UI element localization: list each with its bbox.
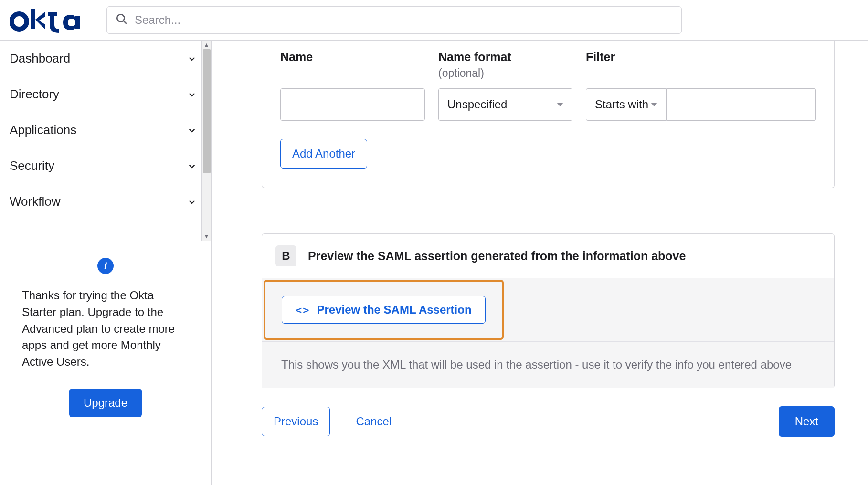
svg-point-2: [117, 14, 124, 21]
preview-hint: This shows you the XML that will be used…: [262, 341, 834, 388]
search-box[interactable]: [106, 6, 682, 34]
chevron-down-icon: [187, 54, 197, 63]
search-container: [106, 6, 682, 34]
sidebar-item-workflow[interactable]: Workflow: [0, 184, 211, 220]
scrollbar-thumb[interactable]: [203, 49, 211, 173]
svg-rect-1: [31, 9, 35, 29]
nav-scroll: Dashboard Directory Applications Securit…: [0, 41, 211, 241]
chevron-down-icon: [187, 90, 197, 99]
chevron-down-icon: [187, 126, 197, 135]
sidebar-item-label: Applications: [10, 123, 76, 137]
sidebar-item-directory[interactable]: Directory: [0, 76, 211, 112]
attribute-card: Name Name format (optional) Unspecified: [262, 41, 835, 188]
chevron-down-icon: [187, 161, 197, 171]
preview-title: Preview the SAML assertion generated fro…: [308, 249, 686, 263]
filter-mode-value: Starts with: [595, 98, 648, 111]
cancel-button[interactable]: Cancel: [344, 407, 403, 436]
highlight-box: <> Preview the SAML Assertion: [264, 280, 504, 340]
header: [0, 0, 868, 41]
previous-button[interactable]: Previous: [262, 407, 330, 436]
column-format-label: Name format: [438, 50, 572, 64]
preview-button-label: Preview the SAML Assertion: [317, 303, 472, 316]
column-filter-label: Filter: [586, 50, 816, 64]
sidebar-item-label: Dashboard: [10, 51, 70, 66]
upgrade-button[interactable]: Upgrade: [69, 389, 142, 417]
column-format-hint: (optional): [438, 67, 572, 80]
sidebar-item-applications[interactable]: Applications: [0, 112, 211, 148]
svg-line-3: [123, 21, 127, 24]
info-icon: i: [97, 258, 114, 274]
preview-card: B Preview the SAML assertion generated f…: [262, 233, 835, 388]
code-icon: <>: [296, 304, 310, 316]
column-name-label: Name: [280, 50, 425, 64]
sidebar-item-label: Workflow: [10, 194, 60, 209]
upgrade-panel: i Thanks for trying the Okta Starter pla…: [0, 241, 211, 434]
preview-saml-button[interactable]: <> Preview the SAML Assertion: [282, 296, 486, 324]
search-input[interactable]: [135, 13, 673, 27]
chevron-down-icon: [187, 197, 197, 207]
sidebar-item-label: Security: [10, 158, 54, 173]
scroll-up-icon[interactable]: ▲: [202, 41, 211, 49]
sidebar-item-label: Directory: [10, 87, 59, 102]
sidebar-item-dashboard[interactable]: Dashboard: [0, 41, 211, 76]
search-icon: [116, 13, 128, 27]
svg-point-0: [11, 14, 27, 29]
main-content: Name Name format (optional) Unspecified: [212, 41, 868, 485]
name-format-value: Unspecified: [447, 98, 507, 111]
name-format-select[interactable]: Unspecified: [438, 88, 572, 121]
add-another-button[interactable]: Add Another: [280, 139, 367, 169]
caret-down-icon: [651, 103, 657, 106]
scroll-down-icon[interactable]: ▼: [202, 232, 211, 241]
footer-buttons: Previous Cancel Next: [262, 406, 835, 437]
sidebar: Dashboard Directory Applications Securit…: [0, 41, 212, 485]
name-input[interactable]: [280, 88, 425, 121]
upgrade-text: Thanks for trying the Okta Starter plan.…: [22, 287, 189, 370]
caret-down-icon: [557, 103, 563, 106]
sidebar-item-security[interactable]: Security: [0, 148, 211, 184]
filter-value-input[interactable]: [667, 88, 816, 121]
filter-mode-select[interactable]: Starts with: [586, 88, 667, 121]
next-button[interactable]: Next: [779, 406, 835, 437]
step-badge: B: [275, 245, 296, 266]
okta-logo: [10, 7, 80, 33]
scrollbar[interactable]: ▲ ▼: [201, 41, 211, 241]
